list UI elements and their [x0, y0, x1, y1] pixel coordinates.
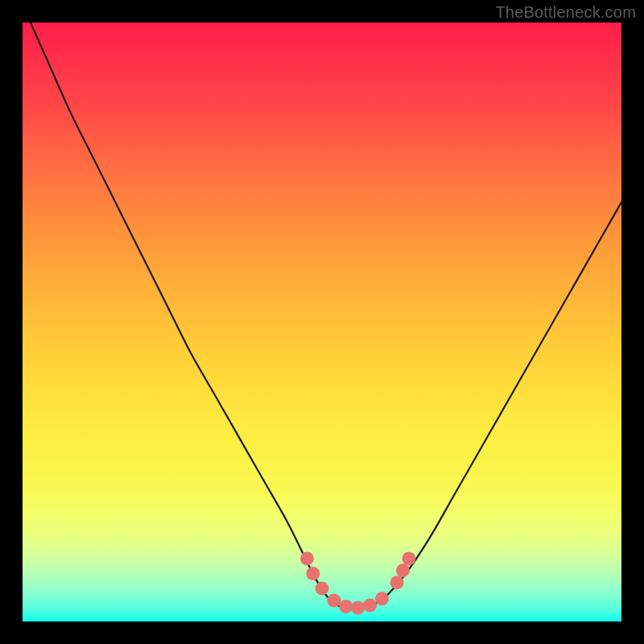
curve-layer — [23, 23, 621, 621]
curve-marker — [300, 551, 314, 565]
curve-marker — [396, 564, 410, 577]
curve-marker — [316, 582, 329, 596]
curve-marker — [351, 601, 365, 614]
curve-marker — [363, 598, 377, 612]
curve-marker — [327, 593, 341, 607]
chart-frame: TheBottleneck.com — [0, 0, 644, 644]
plot-area — [23, 23, 621, 621]
curve-marker — [375, 592, 389, 605]
watermark-text: TheBottleneck.com — [495, 3, 636, 22]
curve-marker — [306, 567, 320, 580]
curve-marker — [390, 576, 404, 589]
bottleneck-curve — [23, 23, 621, 609]
curve-marker — [339, 600, 353, 613]
curve-marker — [402, 551, 415, 565]
